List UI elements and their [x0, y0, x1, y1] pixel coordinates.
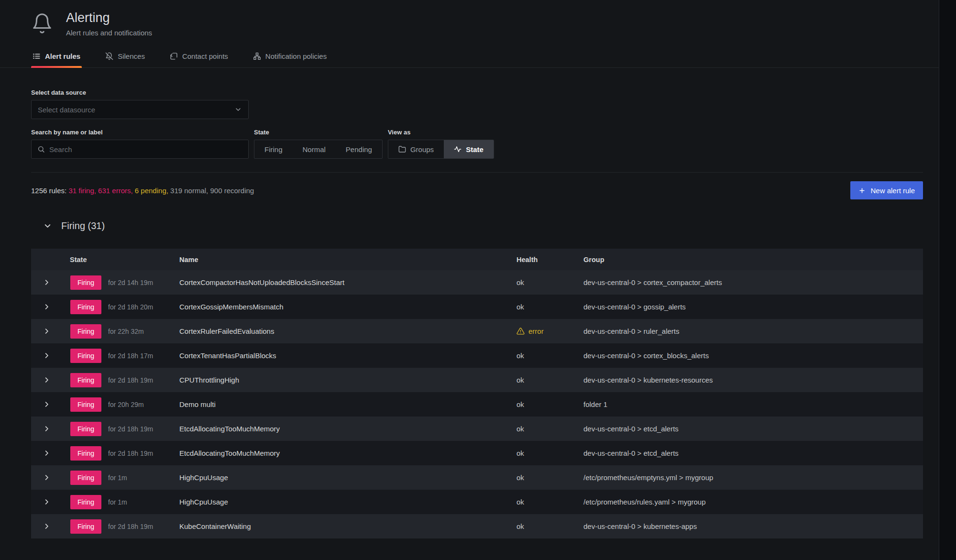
health-status: ok — [516, 376, 524, 384]
expand-row-button[interactable] — [31, 498, 62, 505]
expand-row-button[interactable] — [31, 523, 62, 530]
list-icon — [33, 52, 41, 60]
state-filter-normal[interactable]: Normal — [293, 140, 336, 158]
rule-name: Demo multi — [179, 400, 514, 408]
stats-row: 1256 rules: 31 firing, 631 errors, 6 pen… — [31, 181, 923, 199]
search-input[interactable] — [49, 145, 242, 154]
plus-icon — [858, 187, 866, 194]
state-cell: Firingfor 1m — [62, 495, 179, 509]
firing-duration: for 2d 18h 19m — [108, 425, 153, 433]
firing-duration: for 2d 18h 20m — [108, 303, 153, 311]
firing-duration: for 20h 29m — [108, 401, 144, 408]
rule-name: HighCpuUsage — [179, 473, 514, 482]
tab-alert-rules[interactable]: Alert rules — [31, 51, 82, 67]
firing-section-title: Firing (31) — [61, 220, 105, 231]
share-icon — [170, 52, 178, 60]
rule-name: CortexCompactorHasNotUploadedBlocksSince… — [179, 278, 514, 286]
state-badge: Firing — [70, 300, 101, 314]
expand-row-button[interactable] — [31, 450, 62, 457]
page-subtitle: Alert rules and notifications — [66, 29, 152, 37]
table-row: Firingfor 20h 29mDemo multiokfolder 1 — [31, 392, 923, 417]
rule-name: CPUThrottlingHigh — [179, 376, 514, 384]
tab-label: Contact points — [182, 52, 228, 60]
search-icon — [37, 145, 45, 153]
expand-row-button[interactable] — [31, 279, 62, 286]
chevron-down-icon — [43, 221, 52, 231]
table-row: Firingfor 2d 18h 19mEtcdAllocatingTooMuc… — [31, 441, 923, 465]
state-filter-group: State FiringNormalPending — [254, 129, 383, 159]
rule-group: /etc/prometheus/emptyns.yml > mygroup — [581, 473, 923, 482]
chevron-right-icon — [43, 523, 50, 530]
expand-row-button[interactable] — [31, 328, 62, 335]
rule-group: dev-us-central-0 > cortex_blocks_alerts — [581, 351, 923, 360]
health-status: ok — [516, 522, 524, 530]
state-cell: Firingfor 2d 18h 19m — [62, 422, 179, 436]
health-status: ok — [516, 351, 524, 360]
tab-notification-policies[interactable]: Notification policies — [252, 51, 328, 67]
rule-group: dev-us-central-0 > kubernetes-apps — [581, 522, 923, 530]
firing-section-header[interactable]: Firing (31) — [31, 220, 923, 231]
state-cell: Firingfor 2d 18h 19m — [62, 519, 179, 534]
table-row: Firingfor 2d 18h 19mCPUThrottlingHighokd… — [31, 368, 923, 392]
expand-row-button[interactable] — [31, 401, 62, 408]
state-cell: Firingfor 2d 18h 20m — [62, 300, 179, 314]
state-filter-firing[interactable]: Firing — [254, 140, 293, 158]
table-row: Firingfor 1mHighCpuUsageok/etc/prometheu… — [31, 490, 923, 514]
filters-section: Select data source Select datasource Sea… — [31, 89, 923, 159]
chevron-right-icon — [43, 401, 50, 408]
summary-segment: 631 errors, — [98, 187, 133, 195]
firing-duration: for 2d 18h 19m — [108, 376, 153, 384]
tab-label: Silences — [118, 52, 145, 60]
view-as-groups[interactable]: Groups — [388, 140, 444, 158]
expand-row-button[interactable] — [31, 474, 62, 481]
state-cell: Firingfor 22h 32m — [62, 324, 179, 339]
view-as-state[interactable]: State — [444, 140, 494, 158]
search-label: Search by name or label — [31, 129, 249, 136]
state-badge: Firing — [70, 495, 101, 509]
table-row: Firingfor 2d 18h 19mKubeContainerWaiting… — [31, 514, 923, 538]
summary-segment: 31 firing, — [68, 187, 96, 195]
tabs-bar: Alert rulesSilencesContact pointsNotific… — [0, 51, 956, 68]
rule-name: EtcdAllocatingTooMuchMemory — [179, 425, 514, 433]
state-cell: Firingfor 2d 14h 19m — [62, 275, 179, 290]
state-badge: Firing — [70, 373, 101, 387]
title-block: Alerting Alert rules and notifications — [66, 11, 152, 37]
summary-segment: 1256 rules: — [31, 187, 66, 195]
rule-name: EtcdAllocatingTooMuchMemory — [179, 449, 514, 457]
expand-row-button[interactable] — [31, 376, 62, 384]
rule-group: dev-us-central-0 > cortex_compactor_aler… — [581, 278, 923, 286]
rule-name: KubeContainerWaiting — [179, 522, 514, 530]
tab-silences[interactable]: Silences — [104, 51, 146, 67]
health-cell: ok — [514, 449, 581, 457]
health-status: ok — [516, 278, 524, 286]
firing-duration: for 22h 32m — [108, 328, 144, 335]
summary-segment: 319 normal, — [170, 187, 208, 195]
health-status: ok — [516, 449, 524, 457]
new-alert-rule-button[interactable]: New alert rule — [850, 181, 923, 199]
expand-row-button[interactable] — [31, 352, 62, 359]
chevron-right-icon — [43, 328, 50, 335]
state-badge: Firing — [70, 275, 101, 290]
health-cell: ok — [514, 351, 581, 360]
column-header-health: Health — [514, 256, 581, 264]
datasource-select[interactable]: Select datasource — [31, 100, 249, 119]
column-header-group: Group — [581, 256, 923, 264]
view-as-label-text: Groups — [410, 145, 434, 154]
chevron-right-icon — [43, 450, 50, 457]
state-label: State — [254, 129, 383, 136]
expand-row-button[interactable] — [31, 303, 62, 310]
table-row: Firingfor 22h 32mCortexRulerFailedEvalua… — [31, 319, 923, 343]
scrollbar-gutter[interactable] — [939, 0, 956, 560]
new-alert-rule-label: New alert rule — [870, 187, 915, 195]
column-header-name: Name — [179, 256, 514, 264]
expand-row-button[interactable] — [31, 425, 62, 432]
state-badge: Firing — [70, 519, 101, 534]
page-title: Alerting — [66, 11, 152, 25]
datasource-label: Select data source — [31, 89, 923, 96]
table-row: Firingfor 2d 18h 17mCortexTenantHasParti… — [31, 343, 923, 368]
health-cell: error — [514, 327, 581, 335]
table-row: Firingfor 2d 18h 19mEtcdAllocatingTooMuc… — [31, 417, 923, 441]
state-filter-pending[interactable]: Pending — [336, 140, 382, 158]
view-as-label-text: State — [466, 145, 483, 154]
tab-contact-points[interactable]: Contact points — [168, 51, 230, 67]
